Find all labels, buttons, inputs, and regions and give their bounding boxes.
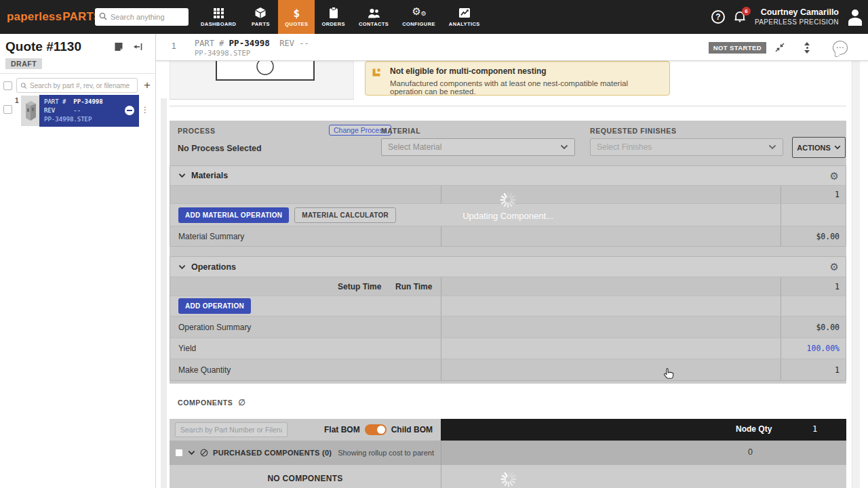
cursor-hand: [663, 367, 674, 380]
make-quantity-row: Make Quantity 1: [170, 359, 846, 380]
actions-button[interactable]: ACTIONS: [792, 137, 846, 158]
finishes-select[interactable]: Select Finishes: [590, 138, 783, 156]
components-table-header: Node Qty 1: [441, 419, 846, 441]
material-select[interactable]: Select Material: [381, 138, 575, 156]
rev-value: --: [73, 107, 81, 114]
process-label: PROCESS: [178, 127, 216, 135]
part-header-index: 1: [172, 41, 176, 51]
components-search-input[interactable]: [175, 422, 288, 437]
nav-item-analytics[interactable]: ANALYTICS: [442, 0, 487, 34]
part-viewer[interactable]: [170, 61, 354, 100]
rollup-text: Showing rollup cost to parent: [338, 449, 441, 457]
sidebar-scrollbar[interactable]: [161, 98, 167, 488]
setup-time-column: Setup Time: [332, 282, 387, 291]
purchased-components-row[interactable]: PURCHASED COMPONENTS (0) Showing rollup …: [170, 441, 846, 465]
flat-bom-label: Flat BOM: [324, 425, 360, 434]
notifications-button[interactable]: 6: [732, 9, 747, 24]
part-thumbnail: [21, 96, 39, 126]
global-search-input[interactable]: [111, 13, 184, 21]
main-content: 1 PART # PP-34998 REV -- PP-34998.STEP N…: [156, 34, 868, 488]
user-block[interactable]: Courtney Camarillo PAPERLESS PRECISION: [755, 7, 839, 26]
collapse-part-icon[interactable]: [774, 42, 785, 53]
operations-buttons-row: ADD OPERATION: [170, 296, 846, 316]
part-filename: PP-34998.STEP: [44, 115, 134, 124]
components-empty-icon: ∅: [238, 398, 245, 407]
nav-item-parts[interactable]: PARTS: [243, 0, 278, 34]
part-header-title: PART # PP-34998 REV --: [195, 38, 309, 48]
notification-count-badge: 6: [742, 7, 751, 16]
make-quantity-value: 1: [781, 359, 846, 380]
cube-icon: [254, 7, 267, 19]
chevron-down-icon: [768, 144, 776, 150]
nav-right-cluster: ? 6 Courtney Camarillo PAPERLESS PRECISI…: [711, 0, 864, 34]
chevron-down-icon: [178, 264, 186, 270]
group-checkbox[interactable]: [175, 449, 183, 457]
operations-header[interactable]: Operations ⚙: [170, 257, 846, 277]
operations-title: Operations: [191, 262, 236, 272]
help-icon[interactable]: ?: [711, 10, 725, 24]
main-scrollbar[interactable]: [852, 61, 860, 488]
status-badge: NOT STARTED: [709, 42, 766, 54]
clipboard-icon: [329, 7, 338, 19]
reorder-part-icon[interactable]: [804, 42, 810, 54]
quote-sidebar: Quote #1130 DRAFT + 1 PART # PP-34998: [0, 34, 156, 488]
spinner-icon: [499, 191, 517, 209]
app-screen: paperless PARTS DASHBOARD PARTS: [0, 0, 868, 488]
comments-icon[interactable]: ⋯: [833, 41, 848, 55]
nav-item-quotes[interactable]: $ QUOTES: [278, 0, 315, 34]
top-nav: paperless PARTS DASHBOARD PARTS: [0, 0, 868, 34]
company-name: PAPERLESS PRECISION: [755, 18, 839, 27]
part-index: 1: [15, 97, 19, 104]
process-value: No Process Selected: [178, 144, 262, 153]
operation-summary-row: Operation Summary $0.00: [170, 316, 846, 338]
add-part-button[interactable]: +: [142, 79, 153, 92]
part-drawing-icon: [170, 61, 354, 100]
run-time-column: Run Time: [387, 282, 441, 291]
nav-item-configure[interactable]: ⚙⚙ CONFIGURE: [395, 0, 442, 34]
note-icon[interactable]: [114, 42, 123, 54]
chevron-down-icon: [560, 144, 568, 150]
child-bom-label: Child BOM: [391, 425, 433, 434]
part-kebab-menu-icon[interactable]: ⋮: [141, 105, 149, 115]
quote-status-badge: DRAFT: [5, 58, 42, 69]
part-card[interactable]: PART # PP-34998 REV -- PP-34998.STEP: [39, 95, 139, 127]
no-components-text: NO COMPONENTS: [267, 474, 342, 483]
gear-icon[interactable]: ⚙: [830, 262, 839, 272]
remove-part-icon[interactable]: [125, 106, 134, 115]
nesting-warning-icon: [372, 68, 381, 80]
part-header-filename: PP-34998.STEP: [195, 49, 250, 57]
material-label: MATERIAL: [381, 127, 420, 135]
people-icon: [368, 7, 380, 19]
main-nav: DASHBOARD PARTS $ QUOTES ORDERS: [194, 0, 487, 34]
select-all-checkbox[interactable]: [3, 81, 12, 90]
avatar[interactable]: [846, 8, 864, 26]
group-qty: 0: [748, 447, 753, 457]
no-components-row: NO COMPONENTS: [170, 465, 846, 488]
nav-item-dashboard[interactable]: DASHBOARD: [194, 0, 243, 34]
yield-row: Yield 100.00%: [170, 338, 846, 359]
materials-section: Materials ⚙ 1 ADD MATERIAL OPERATION MAT…: [170, 165, 846, 247]
bom-toggle[interactable]: [365, 424, 387, 435]
part-list-item[interactable]: 1 PART # PP-34998 REV -- PP-34998.STEP ⋮: [0, 95, 156, 127]
search-icon: [20, 82, 27, 89]
chevron-down-icon: [834, 145, 841, 150]
bom-toggle-group: Flat BOM Child BOM: [324, 424, 433, 435]
group-label: PURCHASED COMPONENTS (0): [213, 449, 332, 457]
spinner-icon: [500, 470, 517, 488]
part-number: PP-34998: [229, 38, 270, 48]
chart-icon: [458, 7, 471, 19]
collapse-sidebar-icon[interactable]: [133, 42, 143, 54]
divider: [0, 73, 155, 74]
dashboard-grid-icon: [214, 7, 224, 19]
nav-item-contacts[interactable]: CONTACTS: [352, 0, 395, 34]
nesting-warning: Not eligible for multi-component nesting…: [365, 61, 670, 96]
warning-title: Not eligible for multi-component nesting: [390, 66, 663, 76]
pricing-panel: PROCESS Change Process No Process Select…: [170, 121, 846, 384]
nav-item-orders[interactable]: ORDERS: [315, 0, 352, 34]
yield-value[interactable]: 100.00%: [781, 338, 846, 359]
sidebar-search-row: +: [3, 78, 153, 93]
add-operation-button[interactable]: ADD OPERATION: [178, 298, 251, 314]
part-checkbox[interactable]: [3, 105, 12, 114]
operations-section: Operations ⚙ Setup Time Run Time 1 ADD O…: [170, 256, 846, 381]
part-search-input[interactable]: [30, 82, 134, 89]
